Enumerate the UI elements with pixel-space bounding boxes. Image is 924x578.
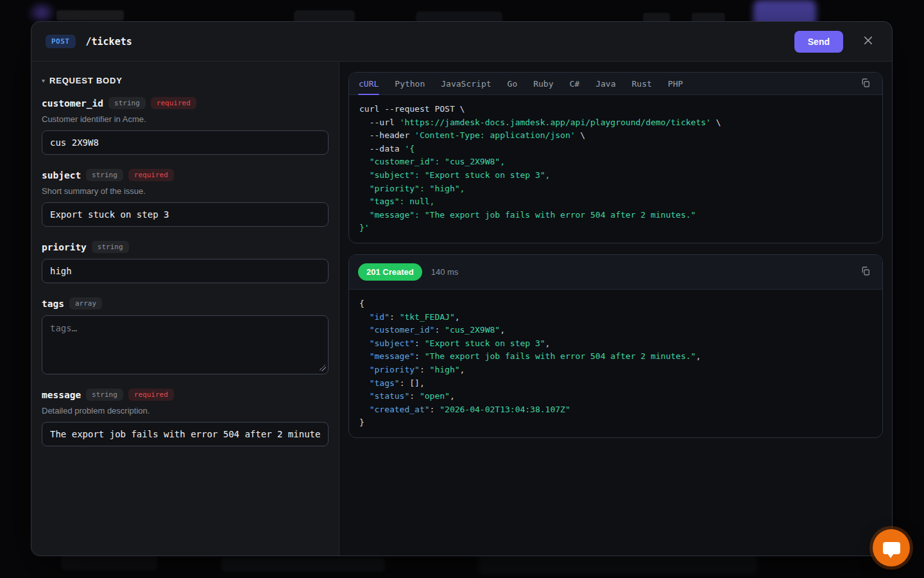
- resize-handle[interactable]: [320, 365, 326, 371]
- field-description: Detailed problem description.: [42, 406, 329, 416]
- field: subject string required Short summary of…: [42, 169, 329, 227]
- copy-response-button[interactable]: [858, 263, 873, 281]
- type-badge: string: [92, 241, 129, 253]
- tab-javascript[interactable]: JavaScript: [440, 73, 492, 94]
- response-code: { "id": "tkt_FEDAJ", "customer_id": "cus…: [349, 290, 882, 437]
- modal-body: ▾ REQUEST BODY customer_id string requir…: [31, 62, 892, 556]
- field-control: [42, 259, 329, 283]
- endpoint-path: /tickets: [86, 36, 132, 48]
- response-card: 201 Created 140 ms { "id": "tkt_FEDAJ", …: [348, 254, 883, 438]
- api-playground-modal: POST /tickets Send ▾ REQUEST BODY custom…: [31, 21, 893, 556]
- request-code-card: cURLPythonJavaScriptGoRubyC#JavaRustPHP …: [348, 72, 883, 243]
- field-input-priority[interactable]: [42, 259, 329, 283]
- field-description: Customer identifier in Acme.: [42, 114, 329, 124]
- field-name: subject: [42, 170, 81, 180]
- tab-ruby[interactable]: Ruby: [533, 73, 554, 94]
- dimmed-logo-text: [56, 10, 124, 21]
- field: message string required Detailed problem…: [42, 389, 329, 446]
- field: tags array: [42, 297, 329, 374]
- required-badge: required: [128, 169, 174, 181]
- close-button[interactable]: [859, 31, 878, 52]
- language-tabs-bar: cURLPythonJavaScriptGoRubyC#JavaRustPHP: [349, 73, 882, 95]
- tab-curl[interactable]: cURL: [358, 73, 379, 94]
- field-head: subject string required: [42, 169, 329, 181]
- close-icon: [862, 35, 874, 48]
- field-input-subject[interactable]: [42, 202, 329, 227]
- request-code: curl --request POST \ --url 'https://jam…: [349, 95, 882, 243]
- field-name: priority: [42, 242, 87, 252]
- chat-fab-button[interactable]: [873, 529, 910, 566]
- field: priority string: [42, 241, 329, 283]
- latency-label: 140 ms: [431, 267, 459, 277]
- field-control: [42, 202, 329, 227]
- field-control: [42, 130, 329, 155]
- field-name: message: [42, 390, 81, 400]
- type-badge: string: [108, 97, 146, 109]
- copy-icon: [860, 78, 871, 90]
- field-head: customer_id string required: [42, 97, 329, 109]
- type-badge: string: [86, 169, 123, 181]
- tab-rust[interactable]: Rust: [631, 73, 653, 94]
- status-badge: 201 Created: [358, 263, 422, 281]
- request-body-panel: ▾ REQUEST BODY customer_id string requir…: [31, 62, 339, 556]
- required-badge: required: [128, 389, 174, 401]
- tab-java[interactable]: Java: [595, 73, 616, 94]
- fields-list: customer_id string required Customer ide…: [42, 97, 329, 446]
- code-panel: cURLPythonJavaScriptGoRubyC#JavaRustPHP …: [339, 62, 892, 556]
- request-body-section-header[interactable]: ▾ REQUEST BODY: [42, 76, 329, 85]
- field-head: tags array: [42, 297, 329, 310]
- field-name: customer_id: [42, 98, 103, 109]
- field-description: Short summary of the issue.: [42, 186, 329, 196]
- field-head: priority string: [42, 241, 329, 253]
- field-input-customer_id[interactable]: [42, 130, 329, 155]
- copy-icon: [860, 266, 871, 278]
- type-badge: array: [69, 297, 102, 310]
- field-control: [42, 422, 329, 446]
- copy-request-button[interactable]: [858, 75, 873, 92]
- type-badge: string: [86, 389, 123, 401]
- field-input-tags[interactable]: [42, 315, 329, 374]
- chat-bubble-icon: [883, 542, 900, 554]
- code-tabs: cURLPythonJavaScriptGoRubyC#JavaRustPHP: [358, 73, 683, 94]
- tab-php[interactable]: PHP: [667, 73, 683, 94]
- field-control: [42, 315, 329, 374]
- http-method-badge: POST: [46, 35, 76, 48]
- section-title: REQUEST BODY: [49, 76, 123, 85]
- tab-python[interactable]: Python: [394, 73, 425, 94]
- tab-go[interactable]: Go: [507, 73, 518, 94]
- response-header: 201 Created 140 ms: [349, 255, 882, 290]
- dimmed-content: [221, 557, 385, 572]
- required-badge: required: [151, 97, 196, 109]
- modal-header: POST /tickets Send: [31, 22, 892, 62]
- field-name: tags: [42, 299, 64, 309]
- field-head: message string required: [42, 389, 329, 401]
- chevron-down-icon: ▾: [42, 78, 45, 84]
- send-button[interactable]: Send: [794, 31, 843, 53]
- tab-c[interactable]: C#: [569, 73, 581, 94]
- field: customer_id string required Customer ide…: [42, 97, 329, 155]
- field-input-message[interactable]: [42, 422, 329, 446]
